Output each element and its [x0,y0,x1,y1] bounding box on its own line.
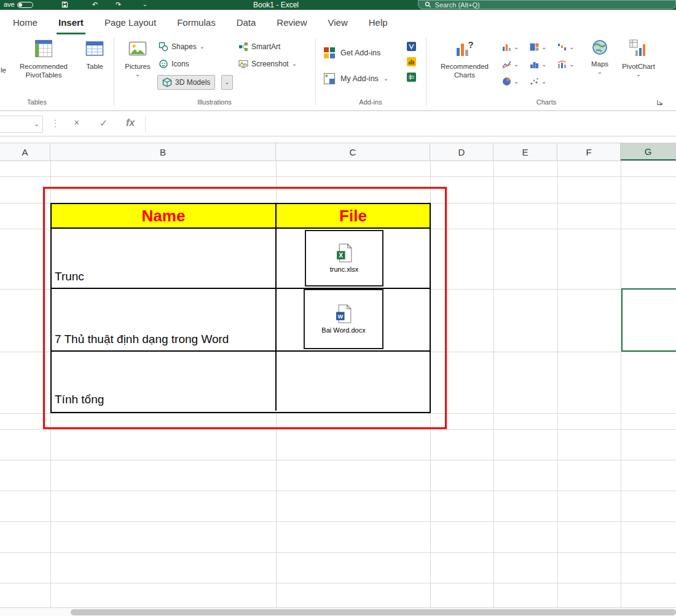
insert-line-chart-button[interactable]: ⌄ [501,59,519,69]
pivottable-icon [34,39,53,60]
tab-review[interactable]: Review [275,11,309,34]
insert-pie-chart-button[interactable]: ⌄ [501,76,519,87]
recommended-pivottables-button[interactable]: Recommended PivotTables [10,39,77,79]
cell-file-trunc[interactable]: X trunc.xlsx [277,229,430,288]
smartart-label: SmartArt [251,42,280,51]
name-box[interactable]: ⌄ [0,116,43,133]
gridline [621,161,621,607]
ribbon-tab-strip: Home Insert Page Layout Formulas Data Re… [0,10,676,36]
customize-quick-access-button[interactable]: ⌄ [143,2,147,7]
scatter-chart-icon [529,76,540,87]
gridline [0,521,676,522]
tab-data[interactable]: Data [235,11,258,34]
charts-dialog-launcher-button[interactable] [656,98,663,108]
addins-group-label: Add-ins [315,98,426,106]
cell-name-trunc[interactable]: Trunc [52,229,277,288]
table-button[interactable]: Table [79,39,111,71]
tab-view[interactable]: View [326,11,350,34]
pie-chart-icon [501,76,512,87]
addin-shortcut-2-button[interactable] [407,57,416,68]
recommended-charts-label: Recommended Charts [433,63,497,80]
gridline [0,176,676,177]
combo-chart-icon [557,59,567,69]
my-addins-button[interactable]: My Add-ins ⌄ [323,73,388,85]
chevron-down-icon: ⌄ [569,61,574,68]
cancel-button[interactable]: × [74,117,79,128]
chevron-down-icon: ⌄ [200,44,205,50]
title-bar: ave ↶ ↷ ⌄ Book1 - Excel [0,0,676,10]
addin-blue-icon [407,42,416,51]
recommended-charts-button[interactable]: ? Recommended Charts [433,39,497,79]
insert-function-button[interactable]: fx [126,117,135,128]
undo-button[interactable]: ↶ [92,1,98,8]
smartart-button[interactable]: SmartArt [238,42,280,52]
excel-file-icon: X [336,243,353,263]
shapes-button[interactable]: Shapes ⌄ [159,42,205,52]
3d-models-button[interactable]: 3D Models [157,75,215,90]
icons-button[interactable]: Icons [159,59,189,69]
table-header-file[interactable]: File [277,204,430,227]
column-header-a[interactable]: A [0,143,50,160]
insert-column-chart-button[interactable]: ⌄ [501,42,519,52]
tab-home[interactable]: Home [11,11,39,34]
column-header-b[interactable]: B [50,143,276,160]
table-icon [85,39,104,60]
table-header-row: Name File [52,204,430,229]
column-chart-icon [501,42,512,52]
addin-shortcut-3-button[interactable] [407,73,416,84]
get-addins-button[interactable]: Get Add-ins [323,47,380,59]
column-header-g-selected[interactable]: G [621,143,676,160]
smartart-icon [238,42,248,52]
tab-help[interactable]: Help [367,11,390,34]
save-icon [61,1,68,8]
recommended-charts-icon: ? [455,39,474,60]
screenshot-button[interactable]: Screenshot ⌄ [238,59,297,69]
gridline [557,161,558,607]
formula-input[interactable] [149,116,671,133]
pictures-button[interactable]: Pictures ⌄ [120,39,155,77]
insert-scatter-chart-button[interactable]: ⌄ [529,76,546,87]
3d-models-dropdown-button[interactable]: ⌄ [221,75,233,90]
save-button[interactable] [61,1,68,9]
column-header-c[interactable]: C [276,143,430,160]
column-header-e[interactable]: E [493,143,557,160]
cell-name-tinh-tong[interactable]: Tính tổng [52,352,277,411]
embedded-excel-file-object[interactable]: X trunc.xlsx [305,230,383,286]
insert-statistic-chart-button[interactable]: ⌄ [529,59,546,69]
tables-group-label: Tables [12,98,61,106]
chevron-down-icon: ⌄ [514,61,519,68]
table-row: Tính tổng [52,352,430,411]
redo-icon: ↷ [116,1,121,8]
chevron-down-icon: ⌄ [597,69,602,75]
tab-formulas[interactable]: Formulas [175,11,218,34]
insert-combo-chart-button[interactable]: ⌄ [557,59,574,69]
cell-file-word-tips[interactable]: W Bai Word.docx [277,289,430,350]
get-addins-label: Get Add-ins [340,49,380,57]
maps-button[interactable]: Maps ⌄ [585,39,615,75]
table-header-name[interactable]: Name [52,204,277,227]
tab-page-layout[interactable]: Page Layout [103,11,158,34]
autosave-toggle[interactable] [17,2,33,8]
enter-button[interactable]: ✓ [100,117,108,129]
icons-label: Icons [171,60,189,68]
cell-file-empty[interactable] [277,352,430,411]
clipped-button-fragment[interactable]: le [1,66,6,74]
search-box[interactable] [418,0,676,9]
redo-button[interactable]: ↷ [116,1,121,8]
embedded-word-file-object[interactable]: W Bai Word.docx [304,289,383,349]
embedded-file-label: trunc.xlsx [330,266,358,273]
maps-label: Maps [591,60,608,69]
pictures-label: Pictures [125,63,151,71]
name-box-input[interactable] [3,116,30,132]
pivotchart-button[interactable]: PivotChart ⌄ [618,39,659,77]
column-header-f[interactable]: F [557,143,621,160]
column-header-d[interactable]: D [430,143,493,160]
tab-insert[interactable]: Insert [57,11,85,34]
chevron-down-icon[interactable]: ⌄ [34,121,39,127]
cell-name-word-tips[interactable]: 7 Thủ thuật định dạng trong Word [52,289,277,350]
horizontal-scrollbar-thumb[interactable] [71,609,676,615]
insert-waterfall-chart-button[interactable]: ⌄ [557,42,574,52]
addin-shortcut-1-button[interactable] [407,42,416,53]
insert-hierarchy-chart-button[interactable]: ⌄ [529,42,546,52]
search-input[interactable] [435,1,669,9]
